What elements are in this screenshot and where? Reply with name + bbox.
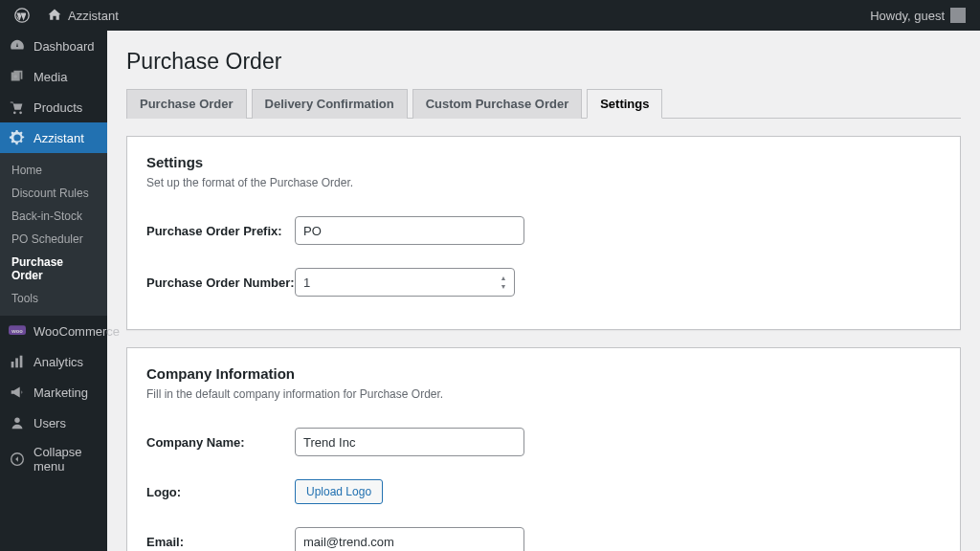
company-name-label: Company Name: (146, 435, 295, 450)
products-icon (9, 99, 26, 116)
site-name: Azzistant (68, 9, 119, 23)
dashboard-icon (9, 37, 26, 55)
tab-purchase-order[interactable]: Purchase Order (126, 89, 247, 119)
marketing-icon (9, 384, 26, 401)
tab-settings[interactable]: Settings (587, 89, 662, 119)
avatar (950, 8, 966, 23)
nav-tabs: Purchase Order Delivery Confirmation Cus… (126, 88, 961, 119)
submenu-item-home[interactable]: Home (0, 159, 107, 182)
main-content: Purchase Order Purchase Order Delivery C… (107, 31, 980, 551)
sidebar-item-media[interactable]: Media (0, 61, 107, 92)
admin-bar: Azzistant Howdy, guest (0, 0, 980, 31)
svg-text:woo: woo (11, 328, 23, 334)
wp-logo[interactable] (8, 0, 36, 31)
sidebar-item-label: Collapse menu (33, 445, 99, 474)
svg-point-1 (13, 75, 17, 78)
submenu-item-tools[interactable]: Tools (0, 287, 107, 310)
page-title: Purchase Order (126, 40, 961, 78)
company-heading: Company Information (146, 365, 941, 382)
submenu-item-discount-rules[interactable]: Discount Rules (0, 182, 107, 205)
settings-desc: Set up the format of the Purchase Order. (146, 176, 941, 189)
number-input[interactable]: 1 ▲ ▼ (295, 268, 515, 297)
sidebar-item-dashboard[interactable]: Dashboard (0, 31, 107, 61)
svg-rect-4 (11, 362, 14, 367)
chevron-down-icon: ▼ (497, 282, 510, 291)
analytics-icon (9, 353, 26, 370)
sidebar-item-label: Azzistant (33, 131, 84, 145)
sidebar-item-users[interactable]: Users (0, 408, 107, 438)
upload-logo-button[interactable]: Upload Logo (295, 479, 383, 504)
settings-panel: Settings Set up the format of the Purcha… (126, 136, 961, 330)
company-panel: Company Information Fill in the default … (126, 347, 961, 551)
howdy-text: Howdy, guest (870, 9, 945, 23)
email-input[interactable] (295, 527, 524, 551)
sidebar-item-marketing[interactable]: Marketing (0, 377, 107, 408)
prefix-input[interactable] (295, 216, 524, 245)
sidebar-item-products[interactable]: Products (0, 92, 107, 122)
account-link[interactable]: Howdy, guest (863, 0, 972, 31)
settings-heading: Settings (146, 154, 941, 170)
number-label: Purchase Order Number: (146, 276, 295, 290)
email-label: Email: (146, 535, 295, 549)
woo-icon: woo (9, 322, 26, 340)
gear-icon (9, 129, 26, 146)
media-icon (9, 68, 26, 85)
tab-custom-purchase-order[interactable]: Custom Purchase Order (412, 89, 583, 119)
svg-point-7 (14, 418, 19, 423)
sidebar-item-label: Analytics (33, 355, 83, 369)
sidebar-item-label: Media (33, 70, 67, 84)
prefix-label: Purchase Order Prefix: (146, 224, 295, 238)
number-stepper[interactable]: ▲ ▼ (497, 273, 510, 292)
chevron-up-icon: ▲ (497, 274, 510, 282)
svg-rect-5 (15, 358, 18, 367)
home-icon (47, 8, 62, 23)
sidebar-item-label: Dashboard (33, 39, 95, 54)
logo-label: Logo: (146, 485, 295, 499)
wordpress-icon (14, 8, 30, 23)
collapse-icon (9, 451, 26, 468)
svg-rect-6 (20, 356, 23, 368)
site-link[interactable]: Azzistant (40, 0, 125, 31)
company-desc: Fill in the default company information … (146, 387, 941, 401)
sidebar-submenu: Home Discount Rules Back-in-Stock PO Sch… (0, 153, 107, 316)
sidebar-item-woocommerce[interactable]: woo WooCommerce (0, 316, 107, 346)
submenu-item-back-in-stock[interactable]: Back-in-Stock (0, 205, 107, 228)
submenu-item-po-scheduler[interactable]: PO Scheduler (0, 228, 107, 251)
admin-sidebar: Dashboard Media Products Azzistant Home … (0, 31, 107, 551)
sidebar-item-label: Users (33, 416, 66, 430)
sidebar-item-label: Marketing (33, 386, 88, 400)
sidebar-item-analytics[interactable]: Analytics (0, 346, 107, 377)
company-name-input[interactable] (295, 428, 524, 456)
submenu-item-purchase-order[interactable]: Purchase Order (0, 251, 107, 287)
sidebar-item-azzistant[interactable]: Azzistant (0, 122, 107, 153)
number-value: 1 (303, 276, 310, 290)
sidebar-item-label: Products (33, 100, 82, 115)
tab-delivery-confirmation[interactable]: Delivery Confirmation (252, 89, 408, 119)
sidebar-item-collapse[interactable]: Collapse menu (0, 438, 107, 480)
users-icon (9, 414, 26, 431)
